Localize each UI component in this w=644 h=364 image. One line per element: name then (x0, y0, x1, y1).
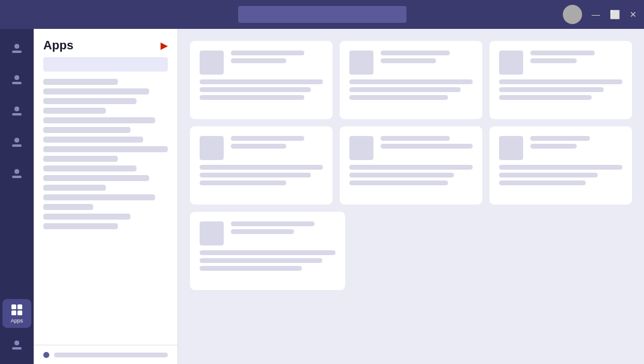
window-controls: — ⬜ ✕ (563, 5, 637, 24)
list-item[interactable] (43, 165, 136, 171)
list-item[interactable] (43, 88, 149, 94)
card-text-group (381, 51, 473, 63)
list-item[interactable] (43, 214, 130, 220)
card-line (499, 165, 622, 170)
card-line (349, 165, 473, 170)
card-subtitle-skeleton (530, 58, 577, 63)
person-icon-bottom (10, 338, 23, 351)
card-thumbnail (349, 136, 373, 160)
minimize-button[interactable]: — (592, 10, 600, 19)
card-subtitle-skeleton (231, 229, 294, 234)
card-title-skeleton (530, 51, 595, 55)
card-line (200, 165, 323, 170)
app-card-4[interactable] (190, 126, 333, 205)
app-card-2[interactable] (340, 41, 482, 119)
list-item[interactable] (43, 117, 155, 123)
card-body (200, 79, 323, 100)
card-thumbnail (200, 136, 224, 160)
cards-row-2 (190, 126, 632, 205)
list-item[interactable] (43, 194, 155, 200)
app-card-5[interactable] (340, 126, 482, 205)
card-line (200, 258, 322, 263)
app-card-6[interactable] (489, 126, 632, 205)
list-item[interactable] (43, 79, 118, 85)
list-item[interactable] (43, 137, 143, 143)
list-item[interactable] (43, 175, 149, 181)
list-item[interactable] (43, 108, 106, 114)
sidebar-expand-button[interactable]: ▶ (161, 40, 168, 51)
card-title-skeleton (231, 221, 314, 226)
nav-bar: Apps (0, 29, 34, 364)
sidebar-item-nav-person-4[interactable] (2, 128, 31, 156)
card-top (349, 136, 473, 160)
svg-rect-15 (12, 347, 22, 350)
card-line (499, 95, 592, 100)
card-thumbnail (499, 51, 523, 75)
avatar[interactable] (563, 5, 582, 24)
card-subtitle-skeleton (381, 144, 473, 149)
card-text-group (530, 136, 622, 149)
card-top (499, 136, 622, 160)
card-top (499, 51, 622, 75)
person-icon-1 (10, 42, 23, 55)
person-icon-2 (10, 73, 23, 86)
search-input[interactable] (238, 6, 406, 23)
sidebar-search-input[interactable] (43, 57, 168, 72)
card-line (349, 79, 473, 84)
apps-icon (10, 303, 23, 316)
list-item[interactable] (43, 146, 168, 152)
svg-point-8 (14, 169, 19, 174)
card-subtitle-skeleton (231, 144, 286, 149)
card-body (349, 79, 473, 100)
sidebar-item-nav-person-bottom[interactable] (2, 330, 31, 359)
card-line (349, 95, 448, 100)
person-icon-4 (10, 135, 23, 149)
app-card-3[interactable] (489, 41, 632, 119)
svg-point-0 (14, 44, 19, 49)
svg-rect-10 (11, 304, 16, 309)
card-line (200, 180, 286, 185)
card-top (200, 221, 336, 245)
maximize-button[interactable]: ⬜ (610, 10, 620, 19)
close-button[interactable]: ✕ (630, 10, 637, 19)
svg-rect-1 (12, 51, 22, 53)
sidebar-header: Apps ▶ (34, 29, 177, 57)
cards-row-3 (190, 212, 632, 290)
sidebar-list (34, 76, 177, 345)
sidebar-item-nav-person-1[interactable] (2, 34, 31, 63)
card-line (200, 173, 311, 177)
svg-point-4 (14, 106, 19, 111)
svg-rect-5 (12, 113, 22, 116)
card-top (349, 51, 473, 75)
list-item[interactable] (43, 127, 130, 133)
app-card-1[interactable] (190, 41, 333, 119)
sidebar-item-apps[interactable]: Apps (2, 299, 31, 328)
content-area (178, 29, 644, 364)
title-bar: — ⬜ ✕ (0, 0, 644, 29)
card-line (499, 79, 622, 84)
card-line (200, 87, 311, 92)
svg-rect-11 (17, 304, 22, 309)
card-subtitle-skeleton (530, 144, 577, 149)
list-item[interactable] (43, 223, 118, 229)
card-thumbnail (200, 51, 224, 75)
card-line (200, 79, 323, 84)
list-item[interactable] (43, 204, 93, 210)
card-title-skeleton (530, 136, 590, 141)
card-body (499, 79, 622, 100)
sidebar-item-nav-person-2[interactable] (2, 65, 31, 94)
card-line (200, 95, 304, 100)
card-top (200, 136, 323, 160)
person-icon-3 (10, 104, 23, 117)
list-item[interactable] (43, 185, 106, 191)
card-line (499, 87, 604, 92)
svg-rect-13 (17, 310, 22, 315)
sidebar-item-nav-person-3[interactable] (2, 96, 31, 125)
card-top (200, 51, 323, 75)
list-item[interactable] (43, 156, 118, 162)
sidebar-item-nav-person-5[interactable] (2, 159, 31, 188)
card-line (200, 250, 336, 255)
app-card-7[interactable] (190, 212, 345, 290)
card-subtitle-skeleton (231, 58, 286, 63)
list-item[interactable] (43, 98, 136, 104)
